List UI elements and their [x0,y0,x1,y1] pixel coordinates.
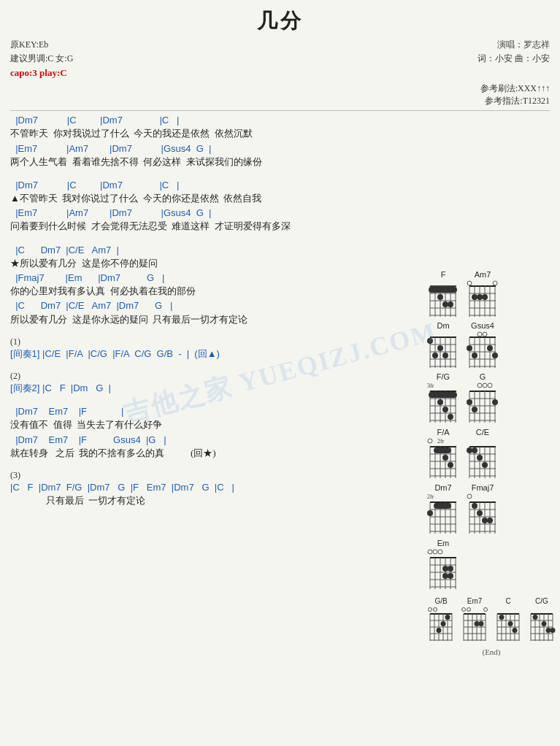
svg-point-192 [462,608,466,612]
diagram-row-4: F/A 2fr [427,428,556,480]
chord-diagrams: F [427,270,556,656]
interlude1-label: (1) [10,337,434,347]
lyric-line-v2-1: ▲不管昨天 我对你说过了什么 今天的你还是依然 依然自我 [10,192,434,205]
diagram-Em7-small: Em7 [461,597,488,643]
interlude3-chord: |C F |Dm7 F/G |Dm7 G |F Em7 |Dm7 G |C | [10,481,434,494]
svg-point-206 [475,621,480,626]
svg-point-177 [434,608,437,612]
main-content: |Dm7 |C |Dm7 |C | 不管昨天 你对我说过了什么 今天的我还是依然… [10,114,434,507]
chord-line-v1-2: |Em7 |Am7 |Dm7 |Gsus4 G | [10,142,434,155]
svg-point-29 [472,294,477,300]
svg-point-155 [477,510,483,516]
svg-point-31 [482,294,488,300]
diagram-Dm: Dm [427,321,459,369]
svg-point-176 [429,608,432,612]
svg-point-43 [427,338,433,344]
chord-line-v1-1: |Dm7 |C |Dm7 |C | [10,114,434,127]
svg-point-193 [467,608,471,612]
svg-point-82 [488,383,492,388]
lyric-line-end: 只有最后 一切才有定论 [10,494,434,507]
svg-point-126 [477,455,483,461]
svg-point-221 [513,628,518,633]
interlude2-chord: [间奏2] |C F |Dm G | [10,382,434,395]
svg-point-15 [448,301,453,307]
diagram-G: G [467,372,499,425]
diagram-GB: G/B [427,597,455,643]
svg-point-194 [484,608,488,612]
divider-top [10,110,550,111]
svg-point-158 [428,550,432,554]
strum: 参考刷法:XXX↑↑↑ [10,82,550,95]
diagram-C-small: C [494,597,522,643]
finger: 参考指法:T12321 [10,95,550,107]
diagram-row-2: Dm [427,321,556,369]
diagram-row-5: Dm7 2fr [427,483,556,536]
chord-line-c2: |Fmaj7 |Em |Dm7 G | [10,272,434,285]
svg-point-62 [492,353,498,358]
svg-point-94 [467,399,472,405]
diagram-Em: Em [427,539,459,591]
diagram-CG-small: C/G [528,597,556,643]
lyric-line-v3-2: 就在转身 之后 我的不捨有多么的真 (回★) [10,447,434,460]
chord-line-c1: |C Dm7 |C/E Am7 | [10,244,434,257]
lyric-line-c1: ★所以爱有几分 这是你不停的疑问 [10,257,434,270]
svg-point-190 [441,621,446,626]
svg-point-233 [533,615,538,620]
strum-finger: 参考刷法:XXX↑↑↑ 参考指法:T12321 [10,82,550,107]
svg-point-154 [472,503,477,509]
svg-rect-76 [429,392,457,398]
page: 几分 原KEY:Eb 建议男调:C 女:G capo:3 play:C 演唱：罗… [0,0,560,746]
svg-point-234 [542,621,547,626]
svg-point-13 [437,294,443,300]
svg-point-45 [432,353,438,358]
svg-point-172 [442,566,448,572]
diagram-Gsus4: Gsus4 [467,321,499,369]
lyric-line-c2: 你的心里对我有多认真 何必执着在我的部份 [10,285,434,298]
svg-point-59 [483,332,487,337]
svg-point-96 [472,407,477,412]
svg-point-78 [442,407,448,412]
chord-line-v2-2: |Em7 |Am7 |Dm7 |Gsus4 G | [10,207,434,220]
svg-point-30 [477,294,483,300]
svg-point-14 [442,301,448,307]
svg-point-81 [483,383,487,388]
svg-point-80 [477,383,482,388]
svg-point-17 [493,281,497,285]
svg-rect-110 [434,447,451,453]
svg-text:2fr: 2fr [427,493,434,500]
singer: 演唱：罗志祥 [477,38,550,52]
svg-point-63 [472,353,477,358]
svg-point-124 [467,447,472,453]
svg-point-141 [427,510,433,516]
chord-line-v2-1: |Dm7 |C |Dm7 |C | [10,179,434,192]
chorus: |C Dm7 |C/E Am7 | ★所以爱有几分 这是你不停的疑问 |Fmaj… [10,244,434,326]
meta-right: 演唱：罗志祥 词：小安 曲：小安 [477,38,550,81]
diagram-FA: F/A 2fr [427,428,459,480]
svg-point-77 [437,399,443,405]
svg-point-97 [428,439,432,443]
svg-point-219 [499,615,505,620]
verse1: |Dm7 |C |Dm7 |C | 不管昨天 你对我说过了什么 今天的我还是依然… [10,114,434,169]
original-key: 原KEY:Eb [10,38,73,52]
diagram-Am7: Am7 [467,270,499,318]
end-label: (End) [427,647,556,656]
capo-line: capo:3 play:C [10,66,73,81]
diagram-row-bottom: G/B [427,597,556,643]
svg-point-60 [467,345,472,351]
svg-point-79 [448,414,453,420]
diagram-Fmaj7: Fmaj7 [467,483,499,536]
suggested-key: 建议男调:C 女:G [10,52,73,66]
svg-point-61 [487,345,493,351]
interlude2-section: (2) [间奏2] |C F |Dm G | [10,371,434,395]
interlude3-label: (3) [10,470,434,481]
interlude1-section: (1) [间奏1] |C/E |F/A |C/G |F/A C/G G/B - … [10,337,434,361]
diagram-row-1: F [427,270,556,318]
svg-point-44 [437,345,443,351]
interlude1-chord: [间奏1] |C/E |F/A |C/G |F/A C/G G/B - | (回… [10,347,434,361]
meta-block: 原KEY:Eb 建议男调:C 女:G capo:3 play:C 演唱：罗志祥 … [10,38,550,81]
diagram-FG: F/G 3fr [427,372,459,425]
svg-point-95 [492,399,498,405]
lyric-line-v3-1: 没有值不 值得 当失去了有什么好争 [10,418,434,431]
svg-rect-12 [429,287,457,293]
svg-text:3fr: 3fr [427,382,434,389]
